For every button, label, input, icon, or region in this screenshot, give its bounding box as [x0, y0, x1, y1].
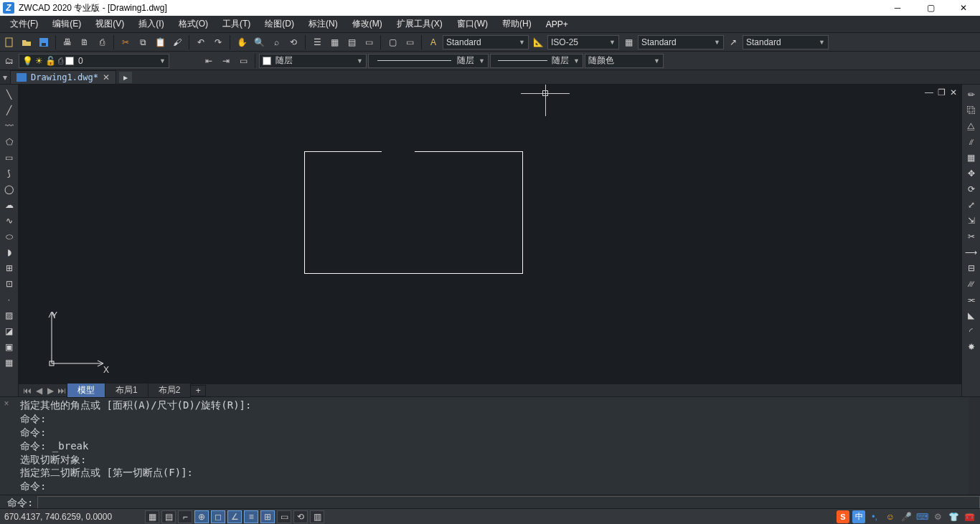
redo-button[interactable]: ↷ [210, 34, 226, 50]
ortho-toggle[interactable]: ⌐ [178, 510, 192, 523]
new-document-tab-button[interactable]: ▸ [119, 72, 132, 83]
document-tab[interactable]: Drawing1.dwg* ✕ [10, 70, 116, 85]
save-button[interactable] [36, 34, 52, 50]
lwt-toggle[interactable]: ≡ [244, 510, 258, 523]
menu-file[interactable]: 文件(F) [3, 16, 45, 32]
dimstyle-dropdown[interactable]: ISO-25▼ [547, 35, 619, 49]
layer-iso-button[interactable]: ▭ [235, 53, 251, 69]
spline-tool[interactable]: ∿ [2, 214, 17, 228]
snap-toggle[interactable]: ▦ [145, 510, 159, 523]
menu-edit[interactable]: 编辑(E) [45, 16, 88, 32]
ime-emoji-icon[interactable]: ☺ [884, 510, 897, 523]
trim-tool[interactable]: ✂ [964, 229, 979, 244]
mleaderstyle-icon[interactable]: ↗ [725, 34, 741, 50]
tool-palette-button[interactable]: ▤ [344, 34, 359, 50]
match-properties-button[interactable]: 🖌 [169, 34, 185, 50]
copy-tool[interactable]: ⿻ [964, 103, 979, 118]
textstyle-dropdown[interactable]: Standard▼ [443, 35, 529, 49]
ime-toolbox-icon[interactable]: 🧰 [963, 510, 976, 523]
fillet-tool[interactable]: ◜ [964, 324, 979, 338]
layer-manager-button[interactable]: 🗂 [1, 53, 17, 69]
revcloud-tool[interactable]: ☁ [2, 198, 17, 212]
erase-tool[interactable]: ✏ [964, 87, 979, 102]
coordinate-readout[interactable]: 670.4137, 740.6259, 0.0000 [4, 512, 112, 522]
layer-dropdown[interactable]: 💡 ☀ 🔓 ⎙ 0 ▼ [19, 54, 169, 68]
pan-button[interactable]: ✋ [234, 34, 250, 50]
construction-line-tool[interactable]: ╱ [2, 103, 17, 118]
layout-add-button[interactable]: + [190, 385, 206, 396]
publish-button[interactable]: ⎙ [94, 34, 110, 50]
break-at-point-tool[interactable]: ⊟ [964, 261, 979, 275]
command-window-close-button[interactable]: × [0, 397, 13, 495]
ime-voice-icon[interactable]: 🎤 [900, 510, 913, 523]
dimstyle-icon[interactable]: 📐 [530, 34, 546, 50]
point-tool[interactable]: · [2, 292, 17, 307]
line-tool[interactable]: ╲ [2, 87, 17, 102]
menu-format[interactable]: 格式(O) [171, 16, 215, 32]
osnap-toggle[interactable]: ◻ [211, 510, 225, 523]
menu-insert[interactable]: 插入(I) [131, 16, 171, 32]
tablestyle-dropdown[interactable]: Standard▼ [638, 35, 724, 49]
layout-last-button[interactable]: ⏭ [56, 385, 67, 396]
ime-keyboard-icon[interactable]: ⌨ [915, 510, 928, 523]
gradient-tool[interactable]: ◪ [2, 324, 17, 338]
menu-help[interactable]: 帮助(H) [495, 16, 539, 32]
table-tool[interactable]: ▦ [2, 356, 17, 370]
layout-first-button[interactable]: ⏮ [22, 385, 33, 396]
otrack-toggle[interactable]: ∠ [227, 510, 242, 523]
drawing-canvas[interactable]: — ❐ ✕ Y X [19, 85, 961, 384]
cut-button[interactable]: ✂ [118, 34, 133, 50]
menu-view[interactable]: 视图(V) [88, 16, 131, 32]
new-button[interactable] [1, 34, 17, 50]
hatch-tool[interactable]: ▨ [2, 308, 17, 323]
polygon-tool[interactable]: ⬠ [2, 135, 17, 149]
insert-block-tool[interactable]: ⊞ [2, 261, 17, 275]
doctab-menu-arrow[interactable]: ▾ [3, 72, 7, 82]
polar-toggle[interactable]: ⊕ [194, 510, 209, 523]
offset-tool[interactable]: ⫽ [964, 135, 979, 149]
doc-close-button[interactable]: ✕ [950, 87, 957, 97]
help-toolbar-button[interactable]: ▭ [402, 34, 418, 50]
rotate-tool[interactable]: ⟳ [964, 182, 979, 196]
ime-punct-icon[interactable]: •, [868, 510, 881, 523]
grid-toggle[interactable]: ▤ [161, 510, 176, 523]
print-preview-button[interactable]: 🗎 [77, 34, 93, 50]
window-minimize-button[interactable]: ─ [881, 0, 914, 16]
command-history[interactable]: 指定其他的角点或 [面积(A)/尺寸(D)/旋转(R)]: 命令: 命令: 命令… [13, 397, 969, 495]
zoom-window-button[interactable]: ⌕ [268, 34, 284, 50]
print-button[interactable]: 🖶 [60, 34, 75, 50]
paste-button[interactable]: 📋 [152, 34, 168, 50]
make-block-tool[interactable]: ⊡ [2, 277, 17, 291]
layout-tab-1[interactable]: 布局1 [105, 383, 149, 398]
menu-app-plus[interactable]: APP+ [539, 17, 575, 32]
join-tool[interactable]: ⫘ [964, 292, 979, 307]
ellipse-tool[interactable]: ⬭ [2, 229, 17, 244]
menu-tools[interactable]: 工具(T) [215, 16, 258, 32]
array-tool[interactable]: ▦ [964, 151, 979, 165]
undo-button[interactable]: ↶ [193, 34, 209, 50]
command-scrollbar[interactable] [969, 397, 980, 495]
layout-tab-2[interactable]: 布局2 [148, 383, 192, 398]
properties-panel-button[interactable]: ☰ [309, 34, 325, 50]
menu-extend[interactable]: 扩展工具(X) [390, 16, 450, 32]
ime-settings-icon[interactable]: ⚙ [931, 510, 944, 523]
calculator-button[interactable]: ▭ [361, 34, 377, 50]
doc-minimize-button[interactable]: — [925, 87, 933, 97]
model-toggle[interactable]: ▭ [277, 510, 291, 523]
tablestyle-icon[interactable]: ▦ [621, 34, 636, 50]
color-dropdown[interactable]: 随层▼ [259, 54, 367, 68]
circle-tool[interactable]: ◯ [2, 182, 17, 196]
plotstyle-dropdown[interactable]: 随颜色▼ [585, 54, 664, 68]
layer-prev-button[interactable]: ⇤ [201, 53, 217, 69]
dynmode-toggle[interactable]: ⊞ [260, 510, 275, 523]
annotation-scale-toggle[interactable]: ▥ [310, 510, 324, 523]
menu-window[interactable]: 窗口(W) [450, 16, 495, 32]
menu-dimension[interactable]: 标注(N) [301, 16, 345, 32]
mleaderstyle-dropdown[interactable]: Standard▼ [743, 35, 829, 49]
menu-draw[interactable]: 绘图(D) [258, 16, 301, 32]
ellipse-arc-tool[interactable]: ◗ [2, 245, 17, 259]
extend-tool[interactable]: ⟶ [964, 245, 979, 259]
clean-screen-button[interactable]: ▢ [385, 34, 400, 50]
doc-restore-button[interactable]: ❐ [938, 87, 946, 97]
window-close-button[interactable]: ✕ [947, 0, 980, 16]
